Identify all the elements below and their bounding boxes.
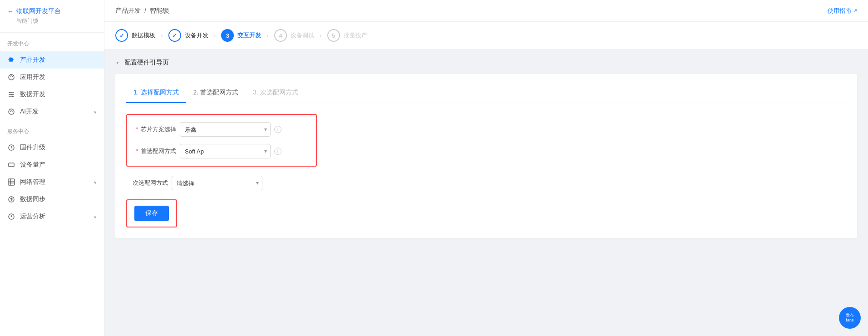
save-section-highlighted: 保存	[126, 199, 177, 227]
step-circle-3: 3	[221, 29, 234, 42]
section-service-label: 服务中心	[0, 120, 104, 139]
step-arrow-1: ›	[161, 32, 163, 39]
step-label-5: 批量投产	[344, 31, 367, 40]
svg-point-1	[10, 92, 11, 94]
secondary-network-select[interactable]: 请选择	[172, 176, 262, 190]
app-icon	[7, 73, 15, 81]
step-label-2: 设备开发	[185, 31, 208, 40]
preferred-select-container: Soft Ap EZ模式 二维码	[180, 144, 271, 158]
sidebar-subtitle: 智能门锁	[16, 17, 97, 25]
tab-preferred-network[interactable]: 2. 首选配网方式	[186, 85, 246, 103]
preferred-info-icon[interactable]: i	[274, 148, 281, 155]
chevron-down-icon: ∨	[94, 180, 97, 185]
sidebar-item-ops-analytics[interactable]: 运营分析 ∨	[0, 208, 104, 225]
sidebar-item-label: 产品开发	[20, 56, 45, 64]
form-section-highlighted: * 芯片方案选择 乐鑫 其他 i	[126, 114, 317, 167]
step-data-template: ✓ 数据模板	[115, 29, 155, 42]
external-link-icon: ↗	[853, 8, 857, 14]
step-circle-1: ✓	[115, 29, 128, 42]
sidebar-item-data-dev[interactable]: 数据开发	[0, 86, 104, 103]
step-arrow-4: ›	[320, 32, 322, 39]
sidebar: ← 物联网开发平台 智能门锁 开发中心 产品开发	[0, 0, 104, 336]
chip-required: *	[136, 126, 138, 133]
form-row-secondary: 次选配网方式 请选择	[126, 176, 846, 190]
tab-select-network[interactable]: 1. 选择配网方式	[126, 85, 186, 103]
step-interaction-dev: 3 交互开发	[221, 29, 261, 42]
network-icon	[7, 178, 15, 186]
chip-select-wrapper: 乐鑫 其他 i	[180, 122, 309, 137]
secondary-label: 次选配网方式	[126, 179, 172, 187]
save-button[interactable]: 保存	[134, 206, 169, 221]
watermark-badge: 发布fans	[839, 307, 861, 329]
step-circle-4: 4	[274, 29, 287, 42]
tab-secondary-network: 3. 次选配网方式	[246, 85, 306, 103]
sync-icon	[7, 195, 15, 203]
svg-point-4	[9, 109, 14, 114]
step-device-dev: ✓ 设备开发	[168, 29, 208, 42]
sidebar-item-product-dev[interactable]: 产品开发	[0, 51, 104, 69]
preferred-network-select[interactable]: Soft Ap EZ模式 二维码	[180, 144, 271, 158]
sidebar-back-button[interactable]: ← 物联网开发平台	[7, 7, 97, 15]
sidebar-item-device-prod[interactable]: 设备量产	[0, 156, 104, 173]
svg-point-2	[11, 94, 12, 95]
help-link[interactable]: 使用指南 ↗	[828, 7, 857, 15]
svg-rect-7	[8, 179, 15, 185]
breadcrumb: 产品开发 / 智能锁	[115, 7, 169, 15]
form-row-preferred: * 首选配网方式 Soft Ap EZ模式 二维码 i	[134, 144, 309, 158]
preferred-label: * 首选配网方式	[134, 147, 180, 155]
chip-select[interactable]: 乐鑫 其他	[180, 122, 271, 137]
svg-point-3	[12, 96, 14, 97]
sidebar-item-label: 数据开发	[20, 90, 45, 99]
card-tabs: 1. 选择配网方式 2. 首选配网方式 3. 次选配网方式	[126, 85, 846, 103]
form-row-chip: * 芯片方案选择 乐鑫 其他 i	[134, 122, 309, 137]
sidebar-item-label: 网络管理	[20, 178, 45, 186]
main-content: ← 配置硬件引导页 1. 选择配网方式 2. 首选配网方式 3. 次选配网方式	[104, 49, 868, 336]
step-batch-deploy: 5 批量投产	[327, 29, 367, 42]
sidebar-title: 物联网开发平台	[16, 7, 61, 15]
sidebar-item-label: 数据同步	[20, 195, 45, 203]
sidebar-item-app-dev[interactable]: 应用开发	[0, 69, 104, 86]
chip-label: * 芯片方案选择	[134, 125, 180, 133]
breadcrumb-sep: /	[144, 7, 146, 15]
back-arrow-icon: ←	[7, 8, 14, 15]
step-arrow-2: ›	[214, 32, 216, 39]
sidebar-item-ai-dev[interactable]: AI开发 ∨	[0, 103, 104, 120]
sidebar-item-label: 应用开发	[20, 73, 45, 81]
help-text: 使用指南	[828, 7, 851, 15]
step-arrow-3: ›	[266, 32, 269, 39]
sidebar-item-data-sync[interactable]: 数据同步	[0, 191, 104, 208]
svg-point-0	[9, 74, 14, 80]
chip-info-icon[interactable]: i	[274, 126, 281, 133]
firmware-icon	[7, 143, 15, 152]
sidebar-item-firmware[interactable]: 固件升级	[0, 139, 104, 156]
svg-rect-6	[9, 163, 14, 167]
page-back-button[interactable]: ← 配置硬件引导页	[115, 59, 857, 67]
content-header: 产品开发 / 智能锁 使用指南 ↗	[104, 0, 868, 22]
secondary-select-wrapper: 请选择	[172, 176, 846, 190]
back-icon: ←	[115, 59, 122, 66]
sidebar-header: ← 物联网开发平台 智能门锁	[0, 0, 104, 33]
chip-select-container: 乐鑫 其他	[180, 122, 271, 137]
analytics-icon	[7, 212, 15, 221]
step-device-debug: 4 设备调试	[274, 29, 314, 42]
breadcrumb-current: 智能锁	[150, 7, 169, 15]
breadcrumb-parent: 产品开发	[115, 7, 141, 15]
page-title: 配置硬件引导页	[124, 59, 169, 67]
device-prod-icon	[7, 161, 15, 169]
preferred-select-wrapper: Soft Ap EZ模式 二维码 i	[180, 144, 309, 158]
data-icon	[7, 90, 15, 99]
step-label-4: 设备调试	[291, 31, 314, 40]
step-circle-2: ✓	[168, 29, 181, 42]
sidebar-item-label: 设备量产	[20, 161, 45, 169]
sidebar-item-label: 固件升级	[20, 143, 45, 152]
sidebar-item-network-mgmt[interactable]: 网络管理 ∨	[0, 173, 104, 191]
content-area: 产品开发 / 智能锁 使用指南 ↗ ✓ 数据模板 › ✓ 设备开发 ›	[104, 0, 868, 336]
sidebar-item-label: AI开发	[20, 108, 39, 116]
steps-bar: ✓ 数据模板 › ✓ 设备开发 › 3 交互开发 › 4 设备调试 ›	[104, 22, 868, 49]
chevron-down-icon: ∨	[94, 214, 97, 219]
chevron-down-icon: ∨	[94, 109, 97, 114]
step-label-1: 数据模板	[132, 31, 155, 40]
section-dev-label: 开发中心	[0, 33, 104, 51]
sidebar-item-label: 运营分析	[20, 212, 45, 221]
gear-icon	[7, 56, 15, 64]
